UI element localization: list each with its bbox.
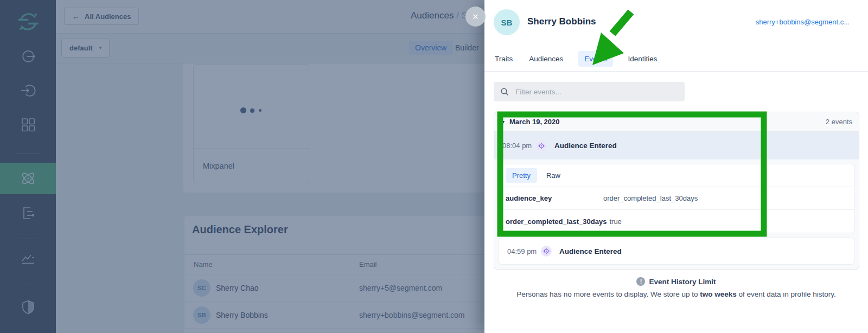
event-date-group-header[interactable]: ▾ March 19, 2020 2 events xyxy=(494,112,859,132)
tab-identities[interactable]: Identities xyxy=(627,51,659,67)
property-key: audience_key xyxy=(506,194,603,202)
event-name: Audience Entered xyxy=(554,142,617,150)
search-icon xyxy=(500,87,509,96)
collapse-caret-icon: ▾ xyxy=(502,119,505,125)
event-history-limit-notice: ! Event History Limit Personas has no mo… xyxy=(484,277,868,298)
event-date: March 19, 2020 xyxy=(509,118,560,126)
event-detail-card: Pretty Raw audience_key order_completed_… xyxy=(499,164,854,233)
tab-raw[interactable]: Raw xyxy=(546,171,560,180)
event-row[interactable]: 04:59 pm Audience Entered xyxy=(499,238,854,265)
property-key: order_completed_last_30days xyxy=(506,217,607,226)
event-name: Audience Entered xyxy=(559,247,622,255)
profile-name: Sherry Bobbins xyxy=(527,16,596,27)
audience-event-icon xyxy=(541,246,552,257)
property-value: order_completed_last_30days xyxy=(603,194,698,202)
close-drawer-button[interactable]: ✕ xyxy=(465,7,486,27)
filter-events-input[interactable] xyxy=(514,87,685,97)
warning-icon: ! xyxy=(636,277,645,286)
tab-audiences[interactable]: Audiences xyxy=(528,51,564,67)
events-list: ▾ March 19, 2020 2 events 08:04 pm Audie… xyxy=(494,112,859,270)
property-value: true xyxy=(609,217,621,226)
notice-body: Personas has no more events to display. … xyxy=(508,290,845,298)
event-time: 08:04 pm xyxy=(502,142,536,150)
profile-tabs: Traits Audiences Events Identities xyxy=(494,51,659,67)
event-count: 2 events xyxy=(826,118,852,126)
detail-property-row: order_completed_last_30days true xyxy=(499,210,854,233)
audience-event-icon xyxy=(536,140,547,151)
close-icon: ✕ xyxy=(472,12,479,22)
event-row-expanded[interactable]: 08:04 pm Audience Entered xyxy=(494,132,859,159)
profile-drawer: SB Sherry Bobbins sherry+bobbins@segment… xyxy=(484,0,868,333)
tab-events[interactable]: Events xyxy=(578,51,612,67)
profile-email-link[interactable]: sherry+bobbins@segment.c... xyxy=(756,18,850,26)
tab-pretty[interactable]: Pretty xyxy=(506,168,537,183)
filter-events-box xyxy=(494,82,685,101)
notice-title: Event History Limit xyxy=(649,278,716,286)
modal-dim-overlay xyxy=(0,0,484,333)
detail-property-row: audience_key order_completed_last_30days xyxy=(499,187,854,210)
detail-view-tabs: Pretty Raw xyxy=(499,164,854,187)
tab-traits[interactable]: Traits xyxy=(494,51,514,67)
app-window: ← All Audiences Audiences / Sherry defau… xyxy=(0,0,868,333)
tabs-divider xyxy=(484,71,868,72)
profile-avatar: SB xyxy=(494,9,520,35)
event-time: 04:59 pm xyxy=(507,247,541,255)
